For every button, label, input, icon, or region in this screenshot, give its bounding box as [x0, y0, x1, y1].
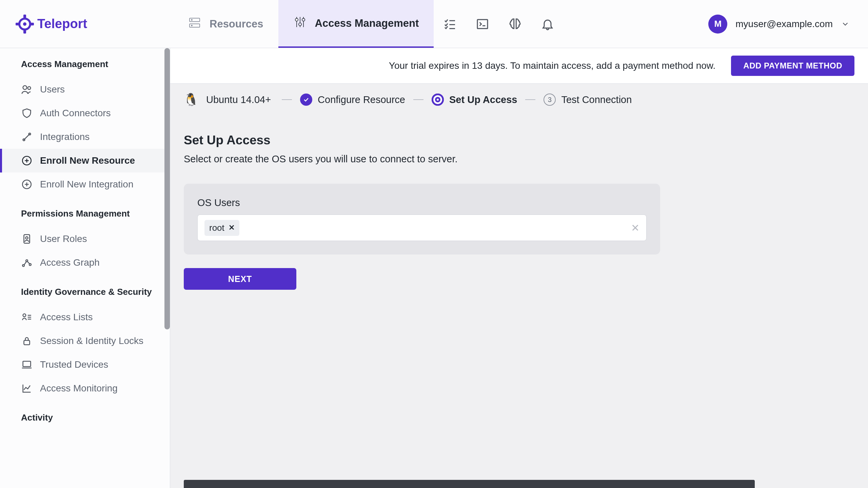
sidebar-item-users[interactable]: Users — [0, 78, 170, 101]
server-icon — [188, 16, 201, 32]
sidebar-item-trusted-devices[interactable]: Trusted Devices — [0, 353, 170, 377]
tab-resources[interactable]: Resources — [173, 0, 278, 48]
svg-point-12 — [295, 18, 298, 21]
svg-point-22 — [23, 86, 27, 89]
step-separator — [413, 99, 423, 100]
check-icon — [300, 94, 312, 106]
step-label: Configure Resource — [318, 94, 405, 105]
teleport-logo-icon: Teleport — [16, 14, 112, 34]
remove-tag-icon[interactable]: ✕ — [229, 223, 235, 232]
svg-rect-8 — [190, 24, 200, 27]
sidebar-item-enroll-new-integration[interactable]: Enroll New Integration — [0, 172, 170, 196]
plus-circle-icon — [21, 179, 33, 190]
svg-rect-7 — [190, 18, 200, 21]
users-icon — [21, 84, 33, 95]
step-separator — [282, 99, 292, 100]
svg-text:Teleport: Teleport — [37, 17, 87, 31]
svg-rect-4 — [31, 23, 34, 25]
os-users-input[interactable]: root ✕ ✕ — [197, 215, 647, 241]
svg-rect-20 — [477, 19, 488, 28]
sidebar-item-access-graph[interactable]: Access Graph — [0, 251, 170, 274]
sidebar-item-label: Users — [40, 84, 65, 95]
linux-icon: 🐧 — [184, 93, 198, 107]
wizard-stepper: 🐧 Ubuntu 14.04+ Configure Resource Set U… — [170, 84, 868, 116]
os-users-label: OS Users — [197, 197, 647, 208]
svg-point-23 — [28, 87, 31, 90]
avatar: M — [708, 15, 727, 34]
page-title: Set Up Access — [184, 133, 854, 147]
user-menu[interactable]: M myuser@example.com — [708, 0, 868, 48]
chart-icon — [21, 383, 33, 394]
laptop-icon — [21, 359, 33, 370]
icon-tabs — [434, 0, 564, 48]
step-number-icon: 3 — [544, 94, 556, 106]
tab-label: Resources — [210, 18, 263, 30]
top-header: Teleport Resources Access Management — [0, 0, 868, 48]
svg-point-37 — [23, 314, 26, 317]
sidebar-item-auth-connectors[interactable]: Auth Connectors — [0, 101, 170, 125]
sidebar-item-label: Enroll New Resource — [40, 155, 135, 166]
bottom-drawer-handle[interactable] — [184, 480, 755, 488]
svg-rect-41 — [24, 341, 30, 345]
svg-point-10 — [191, 25, 192, 26]
nav-tabs: Resources Access Management — [173, 0, 434, 48]
brand-logo[interactable]: Teleport — [0, 0, 173, 48]
sidebar-item-label: Access Monitoring — [40, 383, 118, 394]
svg-point-34 — [22, 265, 24, 267]
page-subtitle: Select or create the OS users you will u… — [184, 154, 854, 165]
svg-point-9 — [191, 19, 192, 20]
step-test-connection[interactable]: 3 Test Connection — [544, 94, 632, 106]
svg-rect-3 — [16, 23, 19, 25]
sidebar-section-igs: Identity Governance & Security — [0, 274, 170, 305]
sidebar-item-label: Enroll New Integration — [40, 179, 133, 190]
shield-icon — [21, 107, 33, 119]
plug-icon — [21, 131, 33, 143]
clear-all-icon[interactable]: ✕ — [631, 222, 639, 234]
terminal-icon — [476, 17, 489, 31]
tab-access-management[interactable]: Access Management — [278, 0, 434, 48]
svg-point-16 — [302, 18, 304, 21]
bell-icon — [541, 17, 554, 31]
sidebar-item-session-locks[interactable]: Session & Identity Locks — [0, 329, 170, 353]
os-label: Ubuntu 14.04+ — [206, 94, 271, 105]
sliders-icon — [293, 15, 307, 32]
plus-circle-icon — [21, 155, 33, 166]
svg-point-5 — [23, 22, 26, 26]
id-badge-icon — [21, 233, 33, 245]
sidebar-item-label: User Roles — [40, 233, 87, 244]
sidebar-item-access-lists[interactable]: Access Lists — [0, 305, 170, 329]
sidebar-item-label: Access Lists — [40, 312, 93, 323]
sidebar: Access Management Users Auth Connectors … — [0, 48, 170, 488]
checklist-icon — [443, 17, 457, 31]
sidebar-section-permissions: Permissions Management — [0, 196, 170, 227]
bell-icon-tab[interactable] — [531, 0, 564, 48]
step-configure-resource[interactable]: Configure Resource — [300, 94, 405, 106]
checklist-icon-tab[interactable] — [434, 0, 466, 48]
brain-icon-tab[interactable] — [499, 0, 531, 48]
sidebar-item-access-monitoring[interactable]: Access Monitoring — [0, 377, 170, 400]
next-button[interactable]: NEXT — [184, 268, 296, 290]
user-email: myuser@example.com — [735, 19, 833, 29]
sidebar-item-label: Auth Connectors — [40, 108, 111, 119]
sidebar-item-enroll-new-resource[interactable]: Enroll New Resource — [0, 149, 170, 172]
tab-label: Access Management — [315, 17, 419, 29]
step-label: Test Connection — [561, 94, 632, 105]
sidebar-item-integrations[interactable]: Integrations — [0, 125, 170, 149]
svg-rect-42 — [23, 361, 31, 367]
svg-rect-1 — [23, 15, 26, 18]
lock-icon — [21, 335, 33, 347]
sidebar-item-user-roles[interactable]: User Roles — [0, 227, 170, 251]
os-user-tag: root ✕ — [204, 220, 239, 236]
current-step-icon — [432, 94, 444, 106]
step-label: Set Up Access — [449, 94, 517, 105]
tag-label: root — [209, 223, 224, 233]
sidebar-item-label: Integrations — [40, 131, 90, 142]
step-set-up-access[interactable]: Set Up Access — [432, 94, 517, 106]
step-separator — [525, 99, 535, 100]
sidebar-item-label: Session & Identity Locks — [40, 336, 143, 346]
sidebar-section-access-mgmt: Access Management — [0, 48, 170, 78]
svg-rect-2 — [23, 30, 26, 34]
terminal-icon-tab[interactable] — [466, 0, 499, 48]
add-payment-method-button[interactable]: ADD PAYMENT METHOD — [731, 56, 854, 76]
sidebar-item-label: Access Graph — [40, 257, 100, 268]
